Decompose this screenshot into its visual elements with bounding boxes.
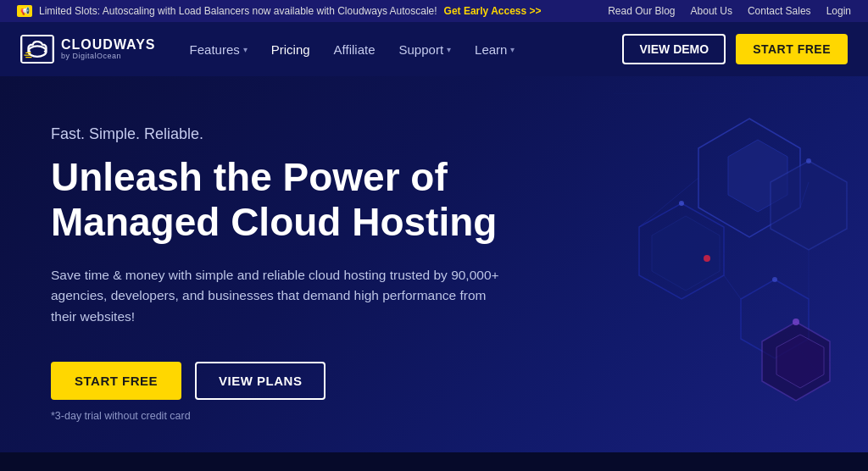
learn-label: Learn	[475, 42, 507, 57]
logo-icon	[20, 35, 54, 64]
svg-rect-0	[22, 36, 52, 62]
top-bar: 📢 Limited Slots: Autoscaling with Load B…	[0, 0, 868, 22]
top-nav-links: Read Our Blog About Us Contact Sales Log…	[608, 5, 851, 17]
svg-line-15	[724, 275, 741, 299]
learn-chevron-icon: ▾	[510, 45, 515, 54]
main-navbar: CLOUDWAYS by DigitalOcean Features ▾ Pri…	[0, 22, 868, 76]
hero-tagline: Fast. Simple. Reliable.	[51, 125, 509, 143]
hero-start-free-button[interactable]: START FREE	[51, 362, 181, 400]
brand-sub: by DigitalOcean	[61, 53, 156, 61]
view-demo-button[interactable]: VIEW DEMO	[622, 34, 726, 64]
support-nav-item[interactable]: Support ▾	[399, 42, 452, 57]
nav-links: Features ▾ Pricing Affiliate Support ▾ L…	[190, 42, 515, 57]
learn-nav-item[interactable]: Learn ▾	[475, 42, 515, 57]
bottom-dark-bar	[0, 452, 868, 471]
features-nav-item[interactable]: Features ▾	[190, 42, 248, 57]
features-chevron-icon: ▾	[243, 45, 248, 54]
svg-marker-8	[652, 216, 720, 291]
logo-text: CLOUDWAYS by DigitalOcean	[61, 37, 156, 60]
navbar-right: VIEW DEMO START FREE	[622, 34, 848, 64]
read-blog-link[interactable]: Read Our Blog	[608, 5, 675, 17]
svg-point-19	[679, 201, 684, 206]
trial-note: *3-day trial without credit card	[51, 410, 509, 422]
login-link[interactable]: Login	[826, 5, 851, 17]
hero-section: Fast. Simple. Reliable. Unleash the Powe…	[0, 76, 868, 471]
affiliate-nav-item[interactable]: Affiliate	[334, 42, 376, 57]
early-access-link[interactable]: Get Early Access >>	[444, 5, 542, 17]
megaphone-icon: 📢	[17, 5, 32, 17]
affiliate-label: Affiliate	[334, 42, 376, 57]
svg-point-20	[806, 158, 811, 163]
hero-view-plans-button[interactable]: VIEW PLANS	[195, 362, 326, 400]
logo[interactable]: CLOUDWAYS by DigitalOcean	[20, 35, 156, 64]
pricing-label: Pricing	[271, 42, 310, 57]
svg-point-22	[793, 319, 799, 325]
start-free-nav-button[interactable]: START FREE	[736, 34, 848, 64]
svg-point-23	[704, 255, 710, 262]
about-us-link[interactable]: About Us	[691, 5, 732, 17]
support-chevron-icon: ▾	[447, 45, 451, 54]
support-label: Support	[399, 42, 444, 57]
navbar-left: CLOUDWAYS by DigitalOcean Features ▾ Pri…	[20, 35, 515, 64]
pricing-nav-item[interactable]: Pricing	[271, 42, 310, 57]
hero-buttons: START FREE VIEW PLANS	[51, 362, 509, 400]
hero-content: Fast. Simple. Reliable. Unleash the Powe…	[0, 125, 559, 422]
contact-sales-link[interactable]: Contact Sales	[748, 5, 811, 17]
brand-name: CLOUDWAYS	[61, 37, 156, 53]
features-label: Features	[190, 42, 240, 57]
hero-title: Unleash the Power of Managed Cloud Hosti…	[51, 155, 509, 245]
announcement-text: Limited Slots: Autoscaling with Load Bal…	[39, 5, 437, 17]
announcement-area: 📢 Limited Slots: Autoscaling with Load B…	[17, 5, 542, 17]
svg-point-21	[772, 277, 777, 282]
hero-description: Save time & money with simple and reliab…	[51, 265, 509, 328]
